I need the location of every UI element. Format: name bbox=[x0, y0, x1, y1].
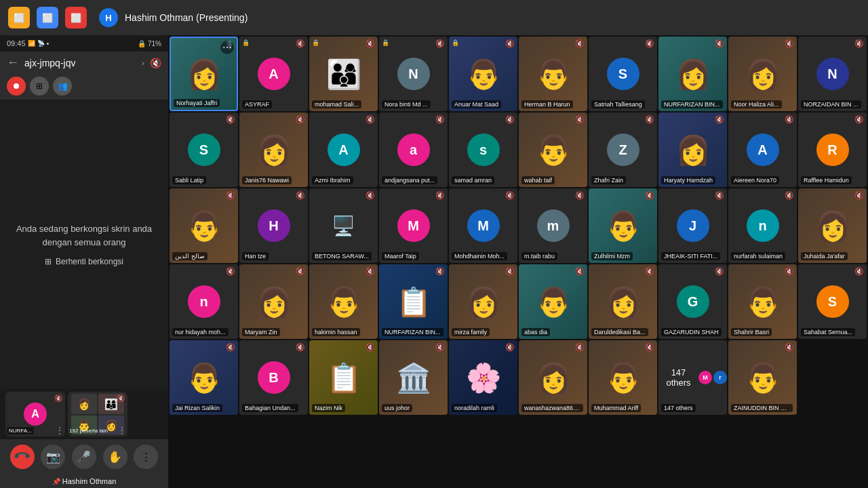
group-count: 192 peserta lain bbox=[69, 428, 108, 434]
tile-26[interactable]: m🔇m.taib rabu bbox=[519, 188, 587, 263]
tile-18[interactable]: 👩🔇Haryaty Hamdzah bbox=[658, 113, 727, 187]
tile-name-44: uus johor bbox=[382, 404, 412, 412]
tile-mic-44: 🔇 bbox=[435, 343, 445, 352]
tile-name-48: 147 others bbox=[661, 404, 696, 412]
tile-10[interactable]: N🔇NORZAIDAN BIN ... bbox=[798, 37, 867, 111]
tile-47[interactable]: 👨🔇Muhammad Ariff bbox=[589, 340, 657, 415]
tile-40[interactable]: S🔇Sahabat Semua... bbox=[798, 264, 867, 339]
tile-avatar-42: B bbox=[258, 361, 290, 394]
tile-44[interactable]: 🏛️🔇uus johor bbox=[379, 340, 448, 415]
tile-lock-3: 🔒 bbox=[312, 39, 319, 46]
tile-name-34: NURFARIZAN BIN... bbox=[382, 328, 443, 336]
more-options[interactable]: ⋮ bbox=[134, 445, 158, 469]
tile-1[interactable]: 👩🎙️⋯Norhayati Jaffri bbox=[170, 37, 238, 111]
tile-14[interactable]: a🔇andjangsana put... bbox=[379, 113, 448, 187]
tile-16[interactable]: 👨🔇wahab taif bbox=[519, 113, 587, 187]
thumbnail-nurfa[interactable]: A 🔇 NURFA... ⋮ bbox=[5, 392, 65, 436]
tile-mic-6: 🔇 bbox=[575, 39, 585, 48]
tile-options-1[interactable]: ⋯ bbox=[220, 41, 234, 54]
tile-mic-29: 🔇 bbox=[785, 191, 794, 200]
tile-24[interactable]: M🔇Maarof Taip bbox=[379, 188, 448, 263]
tile-avatar-15: s bbox=[467, 134, 500, 166]
tile-22[interactable]: H🔇Han tze bbox=[239, 188, 308, 263]
tile-23[interactable]: 🖥️🔇BETONG SARAW... bbox=[309, 188, 378, 263]
tile-avatar-31: n bbox=[188, 285, 220, 318]
tile-19[interactable]: A🔇Aiereen Nora70 bbox=[728, 113, 797, 187]
tile-20[interactable]: R🔇Rafflee Hamidun bbox=[798, 113, 867, 187]
tile-mic-12: 🔇 bbox=[296, 115, 305, 124]
tile-mic-3: 🔇 bbox=[366, 39, 375, 48]
tile-21[interactable]: 👨🔇صالح الدين bbox=[170, 188, 238, 263]
action-icons-row: ⊞ 👥 bbox=[0, 74, 168, 100]
stop-sharing-button[interactable]: ⊞ Berhenti berkongsi bbox=[45, 257, 123, 266]
tile-32[interactable]: 👩🔇Maryam Zin bbox=[239, 264, 308, 339]
tile-30[interactable]: 👩🔇Juhaida Ja'afar bbox=[798, 188, 867, 263]
tile-27[interactable]: 👨🔇Zulhilmi Mzm bbox=[589, 188, 657, 263]
tile-name-27: Zulhilmi Mzm bbox=[591, 252, 633, 260]
tile-13[interactable]: A🔇Azmi Ibrahim bbox=[309, 113, 378, 187]
tile-48[interactable]: 147 othersMr147 others bbox=[658, 340, 727, 415]
icon-blue[interactable]: ⬜ bbox=[37, 7, 58, 28]
tile-17[interactable]: Z🔇Zhafri Zain bbox=[589, 113, 657, 187]
tile-4[interactable]: N🔇🔒Nora binti Md ... bbox=[379, 37, 448, 111]
sharing-text: Anda sedang berkongsi skrin anda dengan … bbox=[14, 222, 155, 249]
tile-name-33: hakimin hassan bbox=[312, 328, 360, 336]
tile-43[interactable]: 📋🔇Nazim Nik bbox=[309, 340, 378, 415]
tile-6[interactable]: 👨🔇Herman B Harun bbox=[519, 37, 587, 111]
tile-name-1: Norhayati Jaffri bbox=[174, 99, 220, 107]
tile-mic-17: 🔇 bbox=[645, 115, 654, 124]
record-button[interactable] bbox=[7, 77, 26, 96]
tile-29[interactable]: n🔇nurfarah sulaiman bbox=[728, 188, 797, 263]
tile-avatar-24: M bbox=[397, 209, 430, 242]
thumbnail-group[interactable]: 👩 👨‍👩‍👦 👨 👩 🔇 192 peserta lain ⋮ bbox=[68, 392, 127, 436]
icon-yellow[interactable]: ⬜ bbox=[8, 7, 30, 28]
tile-mic-20: 🔇 bbox=[854, 115, 864, 124]
tile-name-8: NURFARIZAN BIN... bbox=[661, 100, 723, 108]
mic-toggle[interactable]: 🎤 bbox=[72, 445, 96, 469]
tile-3[interactable]: 👨‍👩‍👦🔇🔒mohamad Sali... bbox=[309, 37, 378, 111]
tile-12[interactable]: 👩🔇Janis76 Nawawi bbox=[239, 113, 308, 187]
tile-37[interactable]: 👩🔇Daruldedikasi Ba... bbox=[589, 264, 657, 339]
tile-36[interactable]: 👨🔇abas dia bbox=[519, 264, 587, 339]
tile-2[interactable]: A🔇🔒ASYRAF bbox=[239, 37, 308, 111]
tile-avatar-25: M bbox=[467, 209, 500, 242]
tile-name-15: samad amran bbox=[452, 176, 494, 184]
tile-38[interactable]: G🔇GAZARUDIN SHAH bbox=[658, 264, 727, 339]
tile-28[interactable]: J🔇JHEAIK-SITI FATI... bbox=[658, 188, 727, 263]
tile-7[interactable]: S🔇Satriah Talliesang bbox=[589, 37, 657, 111]
tile-39[interactable]: 👨🔇Shahrir Basri bbox=[728, 264, 797, 339]
tile-41[interactable]: 👨🔇Jai Rizan Salikin bbox=[170, 340, 238, 415]
tile-35[interactable]: 👩🔇mirza family bbox=[449, 264, 517, 339]
tile-45[interactable]: 🌸🔇noradilah ramli bbox=[449, 340, 517, 415]
tile-33[interactable]: 👨🔇hakimin hassan bbox=[309, 264, 378, 339]
tile-name-32: Maryam Zin bbox=[242, 328, 280, 336]
tile-9[interactable]: 👩🔇Noor Haliza Ali... bbox=[728, 37, 797, 111]
tile-5[interactable]: 👨🔇🔒Anuar Mat Saad bbox=[449, 37, 517, 111]
tile-mic-45: 🔇 bbox=[505, 343, 515, 352]
tile-25[interactable]: M🔇Mohdhainin Moh... bbox=[449, 188, 517, 263]
tile-34[interactable]: 📋🔇NURFARIZAN BIN... bbox=[379, 264, 448, 339]
tile-31[interactable]: n🔇nur hidayah moh... bbox=[170, 264, 238, 339]
camera-toggle[interactable]: 📷 bbox=[41, 445, 65, 469]
end-call-button[interactable]: 📞 bbox=[5, 440, 39, 474]
tile-name-28: JHEAIK-SITI FATI... bbox=[661, 252, 720, 260]
nurfa-options[interactable]: ⋮ bbox=[56, 426, 64, 435]
people-button[interactable]: 👥 bbox=[53, 77, 72, 96]
tile-name-39: Shahrir Basri bbox=[731, 328, 772, 336]
grid-button[interactable]: ⊞ bbox=[30, 77, 49, 96]
tile-42[interactable]: B🔇Bahagian Undan... bbox=[239, 340, 308, 415]
tile-15[interactable]: s🔇samad amran bbox=[449, 113, 517, 187]
tile-avatar-22: H bbox=[258, 209, 290, 242]
tile-name-4: Nora binti Md ... bbox=[382, 100, 431, 108]
tile-49[interactable]: 👨🔇ZAINUDDIN BIN OTHM... bbox=[728, 340, 797, 415]
tile-11[interactable]: S🔇Sabli Latip bbox=[170, 113, 238, 187]
tile-8[interactable]: 👩🔇NURFARIZAN BIN... bbox=[658, 37, 727, 111]
tile-avatar-13: A bbox=[328, 134, 360, 166]
raise-hand-button[interactable]: ✋ bbox=[103, 445, 127, 469]
back-button[interactable]: ← bbox=[7, 56, 19, 70]
group-options[interactable]: ⋮ bbox=[118, 426, 126, 435]
tile-avatar-28: J bbox=[677, 209, 709, 242]
signal-icon: 📶 bbox=[28, 40, 35, 47]
icon-red[interactable]: ⬜ bbox=[65, 7, 87, 28]
tile-46[interactable]: 👩🔇wanashazwana86 wanas... bbox=[519, 340, 587, 415]
